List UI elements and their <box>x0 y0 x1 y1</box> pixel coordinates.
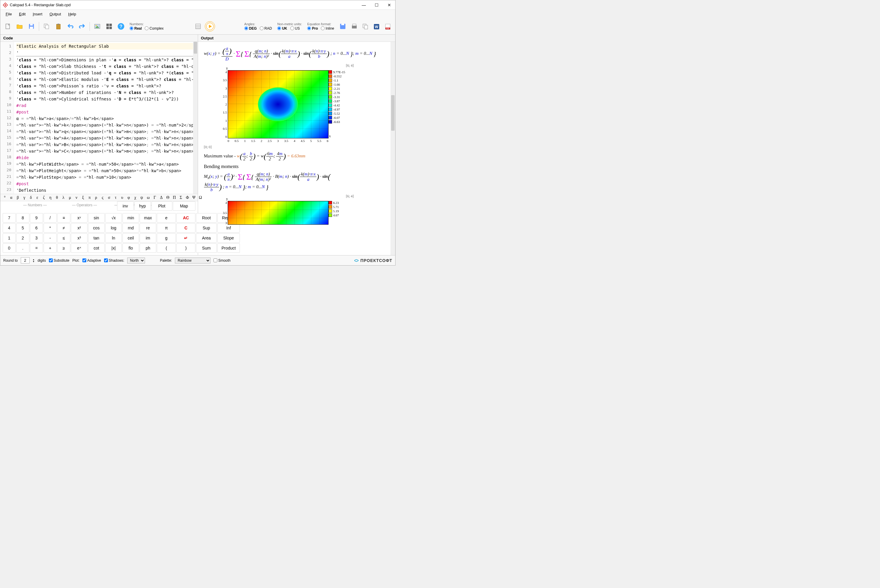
output-scrollbar[interactable] <box>390 42 395 255</box>
menu-insert[interactable]: Insert <box>30 11 45 17</box>
key-ceil[interactable]: ceil <box>122 233 139 243</box>
menu-output[interactable]: Output <box>47 11 64 17</box>
greek-°[interactable]: ° <box>3 195 7 200</box>
code-editor[interactable]: "Elastic Analysis of Rectangular Slab''c… <box>14 42 198 194</box>
key-)[interactable]: ) <box>176 243 195 253</box>
digits-spinner[interactable]: ▲▼ <box>33 258 35 262</box>
greek-η[interactable]: η <box>48 195 53 200</box>
key-map[interactable]: Map <box>173 201 195 211</box>
key-0[interactable]: 0 <box>3 243 16 253</box>
radio-inline[interactable]: Inline <box>321 26 334 30</box>
key-*[interactable]: * <box>44 223 57 232</box>
shadows-check[interactable]: Shadows: <box>104 258 125 262</box>
greek-ψ[interactable]: ψ <box>140 195 144 200</box>
greek-π[interactable]: π <box>87 195 92 200</box>
substitute-check[interactable]: Substitute <box>49 258 69 262</box>
maximize-button[interactable]: ☐ <box>373 3 380 8</box>
key-1[interactable]: 1 <box>3 233 16 243</box>
paste-button[interactable] <box>53 21 63 32</box>
key-4[interactable]: 4 <box>3 223 16 232</box>
key-hyp[interactable]: hyp <box>134 201 151 211</box>
palette-select[interactable]: Rainbow <box>175 258 210 264</box>
key-/[interactable]: / <box>44 213 57 223</box>
key-e[interactable]: e <box>157 213 176 223</box>
radio-deg[interactable]: DEG <box>244 26 257 30</box>
key-AC[interactable]: AC <box>176 213 195 223</box>
key-≤[interactable]: ≤ <box>57 233 70 243</box>
greek-ω[interactable]: ω <box>146 195 150 200</box>
pdf-export-button[interactable]: PDF <box>383 21 393 32</box>
new-file-button[interactable] <box>3 21 13 32</box>
key-7[interactable]: 7 <box>3 213 16 223</box>
greek-θ[interactable]: θ <box>55 195 59 200</box>
radio-pro[interactable]: Pro <box>307 26 318 30</box>
copy-output-button[interactable] <box>360 21 370 32</box>
menu-edit[interactable]: Edit <box>16 11 29 17</box>
greek-Δ[interactable]: Δ <box>159 195 164 200</box>
key-([interactable]: ( <box>157 243 176 253</box>
radio-us[interactable]: US <box>290 26 300 30</box>
key-xʸ[interactable]: xʸ <box>71 213 87 223</box>
menu-help[interactable]: Help <box>65 11 79 17</box>
digits-input[interactable] <box>21 257 30 264</box>
key-min[interactable]: min <box>122 213 139 223</box>
menu-file[interactable]: File <box>3 11 15 17</box>
key-eˣ[interactable]: eˣ <box>71 243 87 253</box>
key-tan[interactable]: tan <box>88 233 105 243</box>
key-C[interactable]: C <box>176 223 195 232</box>
greek-υ[interactable]: υ <box>120 195 124 200</box>
key-≡[interactable]: ≡ <box>57 213 70 223</box>
key-2[interactable]: 2 <box>16 233 29 243</box>
greek-Σ[interactable]: Σ <box>179 195 183 200</box>
word-export-button[interactable]: W <box>371 21 381 32</box>
greek-τ[interactable]: τ <box>114 195 118 200</box>
greek-Φ[interactable]: Φ <box>185 195 189 200</box>
greek-χ[interactable]: χ <box>133 195 137 200</box>
radio-uk[interactable]: UK <box>277 26 287 30</box>
key-.[interactable]: . <box>16 243 29 253</box>
radio-complex[interactable]: Complex <box>145 26 164 30</box>
help-button[interactable]: ? <box>116 21 126 32</box>
save-file-button[interactable] <box>26 21 36 32</box>
greek-ξ[interactable]: ξ <box>81 195 85 200</box>
radio-real[interactable]: Real <box>129 26 142 30</box>
key-flo[interactable]: flo <box>122 243 139 253</box>
greek-δ[interactable]: δ <box>29 195 33 200</box>
key-↵[interactable]: ↵ <box>176 233 195 243</box>
greek-β[interactable]: β <box>16 195 20 200</box>
key-π[interactable]: π <box>157 223 176 232</box>
greek-ρ[interactable]: ρ <box>94 195 98 200</box>
greek-φ[interactable]: φ <box>127 195 131 200</box>
output-area[interactable]: w(x; y) = (aπ)D · Σ{ Σ{ q(m; n)A(m; n)² … <box>198 42 395 255</box>
print-button[interactable] <box>349 21 359 32</box>
key-6[interactable]: 6 <box>30 223 43 232</box>
greek-α[interactable]: α <box>9 195 14 200</box>
key-im[interactable]: im <box>140 233 156 243</box>
key-x³[interactable]: x³ <box>71 233 87 243</box>
greek-ν[interactable]: ν <box>74 195 78 200</box>
key-x²[interactable]: x² <box>71 223 87 232</box>
key-ln[interactable]: ln <box>105 233 122 243</box>
key-inv[interactable]: inv <box>117 201 134 211</box>
key-g[interactable]: g <box>157 233 176 243</box>
key-re[interactable]: re <box>140 223 156 232</box>
save-output-button[interactable] <box>338 21 348 32</box>
code-scrollbar[interactable] <box>193 42 198 194</box>
key-ph[interactable]: ph <box>140 243 156 253</box>
key-log[interactable]: log <box>105 223 122 232</box>
toggle-view-button[interactable] <box>193 21 203 32</box>
image-button[interactable] <box>92 21 102 32</box>
greek-μ[interactable]: μ <box>68 195 72 200</box>
greek-Π[interactable]: Π <box>172 195 176 200</box>
key-√x[interactable]: √x <box>105 213 122 223</box>
key-|x|[interactable]: |x| <box>105 243 122 253</box>
key-=[interactable]: = <box>30 243 43 253</box>
greek-Ψ[interactable]: Ψ <box>192 195 196 200</box>
key-cos[interactable]: cos <box>88 223 105 232</box>
radio-rad[interactable]: RAD <box>260 26 272 30</box>
open-file-button[interactable] <box>15 21 25 32</box>
key-sin[interactable]: sin <box>88 213 105 223</box>
undo-button[interactable] <box>65 21 75 32</box>
key-max[interactable]: max <box>140 213 156 223</box>
key-5[interactable]: 5 <box>16 223 29 232</box>
